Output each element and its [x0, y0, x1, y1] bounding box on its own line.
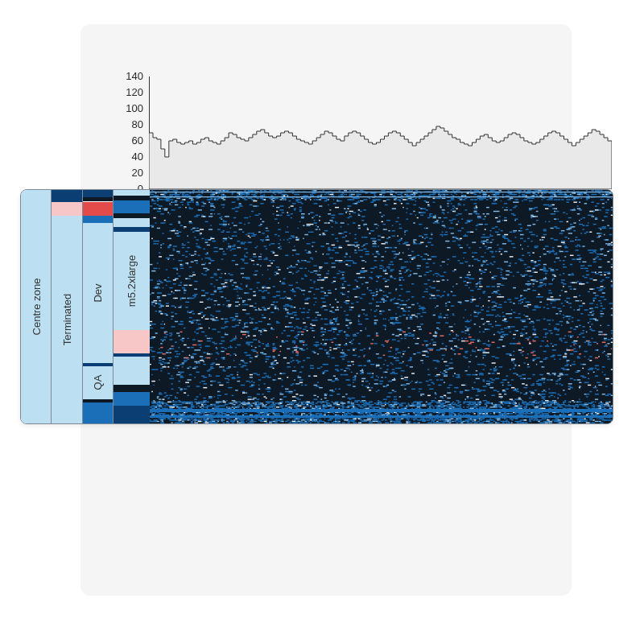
facet-col-state: Terminated [52, 190, 82, 423]
heatmap-canvas [150, 190, 613, 423]
facet-label: m5.2xlarge [126, 255, 138, 307]
facet-col-zone: Centre zone [21, 190, 52, 423]
facet-segment [83, 190, 113, 197]
facet-col-instance: m5.2xlarge [114, 190, 150, 423]
facet-segment [114, 385, 150, 392]
facet-segment: Terminated [52, 216, 81, 423]
facet-segment: Dev [83, 223, 113, 363]
facet-label: QA [92, 375, 104, 390]
facet-segment [83, 202, 113, 216]
y-tick-label: 140 [111, 70, 143, 82]
y-tick-label: 40 [111, 151, 143, 163]
figure-stage: 140 120 100 80 60 40 20 0 Centre zoneTer… [0, 0, 644, 644]
facet-segment: Centre zone [21, 190, 51, 423]
facet-segment [114, 392, 150, 406]
facet-segment: m5.2xlarge [114, 232, 150, 330]
top-profile-area [149, 76, 612, 189]
facet-label: Centre zone [30, 279, 42, 336]
facet-segment [83, 216, 113, 223]
y-tick-label: 60 [111, 134, 143, 147]
y-tick-label: 100 [111, 102, 143, 114]
y-tick-label: 120 [111, 86, 143, 98]
facet-segment [52, 202, 81, 216]
facet-label: Terminated [60, 294, 72, 345]
facet-segment [114, 357, 150, 385]
heatmap-panel: Centre zoneTerminatedDevQAm5.2xlarge [20, 189, 613, 424]
top-profile-chart: 140 120 100 80 60 40 20 0 [149, 76, 612, 189]
facet-segment [114, 406, 150, 423]
facet-segment [83, 402, 113, 423]
facet-segment [52, 190, 81, 202]
facet-col-env: DevQA [83, 190, 114, 423]
row-facet-columns: Centre zoneTerminatedDevQAm5.2xlarge [21, 190, 150, 423]
facet-segment: QA [83, 366, 113, 399]
facet-segment [114, 218, 150, 228]
facet-segment [114, 330, 150, 353]
facet-segment [114, 190, 150, 196]
y-tick-label: 20 [111, 167, 143, 179]
heatmap-body [150, 190, 613, 423]
y-tick-label: 80 [111, 118, 143, 130]
facet-segment [114, 200, 150, 213]
facet-label: Dev [92, 283, 104, 302]
